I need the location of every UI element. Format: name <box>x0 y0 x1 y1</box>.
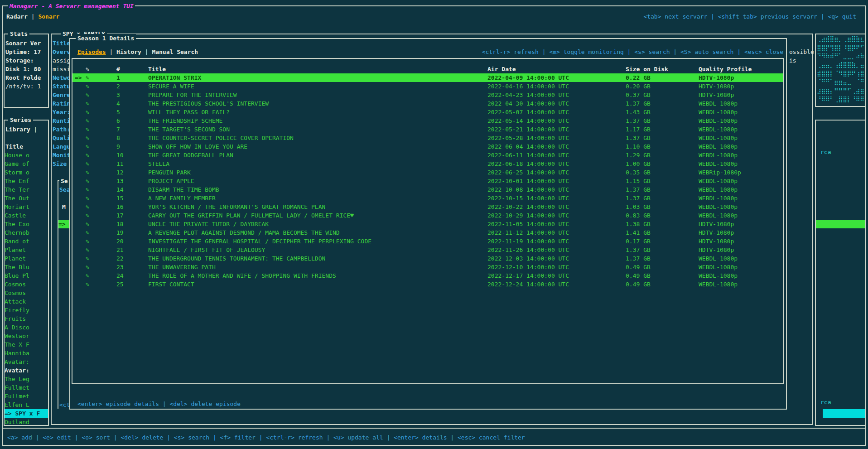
episode-title: OPERATION STRIX <box>148 73 201 82</box>
poster-art-line: ⠈⠛⠛⠁⣶⣶⣤⣀⠀⠈⠛⠛⠁ <box>817 77 865 86</box>
monitored-pencil-icon: ✎ <box>86 263 89 271</box>
episode-quality-profile: HDTV-1080p <box>699 228 734 237</box>
episode-row[interactable]: ✎10THE GREAT DODGEBALL PLAN2022-06-11 14… <box>72 151 783 159</box>
series-item[interactable]: The Blu <box>5 263 48 271</box>
episode-row[interactable]: =>✎1OPERATION STRIX2022-04-09 14:00:00 U… <box>72 73 783 82</box>
poster-art-line: ⣿⣿⡟⢻⣿⡇⠸⣿⡿⠟⠋⢠⣿ <box>817 43 865 52</box>
series-item[interactable]: Avatar: <box>5 366 48 375</box>
episode-number: 16 <box>116 203 124 211</box>
episode-row[interactable]: ✎17CARRY OUT THE GRIFFIN PLAN / FULLMETA… <box>72 211 783 220</box>
tab-manual-search[interactable]: Manual Search <box>152 48 198 55</box>
series-item[interactable]: Storm o <box>5 168 48 177</box>
tab-radarr[interactable]: Radarr <box>6 13 28 20</box>
series-tab-library[interactable]: Library | <box>5 125 37 134</box>
series-item[interactable]: Planet <box>5 246 48 254</box>
episode-title: THE FRIENDSHIP SCHEME <box>148 116 222 125</box>
episode-row[interactable]: ✎20INVESTIGATE THE GENERAL HOSPITAL / DE… <box>72 237 783 246</box>
series-item[interactable]: Planet <box>5 254 48 263</box>
episode-row[interactable]: ✎9SHOW OFF HOW IN LOVE YOU ARE2022-06-04… <box>72 142 783 151</box>
series-item[interactable]: Band of <box>5 237 48 246</box>
episode-size-on-disk: 0.35 GB <box>626 168 651 177</box>
series-item[interactable]: Attack <box>5 297 48 306</box>
episode-size-on-disk: 1.10 GB <box>626 142 651 151</box>
series-item[interactable]: Cosmos <box>5 289 48 297</box>
series-item[interactable]: => SPY x F <box>5 409 48 418</box>
series-item[interactable]: The Enf <box>5 177 48 185</box>
selected-season-row-fragment[interactable]: => <box>58 220 69 228</box>
series-item[interactable]: Fullmet <box>5 383 48 392</box>
series-item[interactable]: The Exo <box>5 220 48 228</box>
series-item[interactable]: Fullmet <box>5 392 48 401</box>
series-item[interactable]: Fruits <box>5 314 48 323</box>
episode-quality-profile: WEBDL-1080p <box>699 99 738 108</box>
monitored-pencil-icon: ✎ <box>86 151 89 159</box>
episode-row[interactable]: ✎21NIGHTFALL / FIRST FIT OF JEALOUSY2022… <box>72 246 783 254</box>
series-item[interactable]: Westwor <box>5 332 48 340</box>
episode-row[interactable]: ✎3PREPARE FOR THE INTERVIEW2022-04-23 14… <box>72 91 783 99</box>
monitored-pencil-icon: ✎ <box>86 246 89 254</box>
popup-footer-help: <enter> episode details | <del> delete e… <box>77 400 241 408</box>
episode-row[interactable]: ✎16YOR'S KITCHEN / THE INFORMANT'S GREAT… <box>72 203 783 211</box>
episodes-rows: =>✎1OPERATION STRIX2022-04-09 14:00:00 U… <box>72 73 783 289</box>
episode-size-on-disk: 0.49 GB <box>626 280 651 289</box>
episode-row[interactable]: ✎15A NEW FAMILY MEMBER2022-10-15 14:00:0… <box>72 194 783 203</box>
episode-row[interactable]: ✎8THE COUNTER-SECRET POLICE COVER OPERAT… <box>72 134 783 142</box>
episode-row[interactable]: ✎2SECURE A WIFE2022-04-16 14:00:00 UTC0.… <box>72 82 783 91</box>
series-detail-field: Langu <box>53 142 69 151</box>
tab-history[interactable]: History <box>116 48 141 55</box>
episode-air-date: 2022-12-17 14:00:00 UTC <box>487 271 569 280</box>
episode-row[interactable]: ✎25FIRST CONTACT2022-12-24 14:00:00 UTC0… <box>72 280 783 289</box>
episode-size-on-disk: 1.38 GB <box>626 220 651 228</box>
episode-quality-profile: WEBDL-1080p <box>699 271 738 280</box>
series-item[interactable]: Hanniba <box>5 349 48 357</box>
episode-title: THE COUNTER-SECRET POLICE COVER OPERATIO… <box>148 134 294 142</box>
seasons-panel-title-fragment: Se <box>59 177 69 185</box>
series-item[interactable]: Castle <box>5 211 48 220</box>
episode-row[interactable]: ✎23THE UNWAVERING PATH2022-12-10 14:00:0… <box>72 263 783 271</box>
episode-title: YOR'S KITCHEN / THE INFORMANT'S GREAT RO… <box>148 203 325 211</box>
series-item[interactable]: Outland <box>5 418 48 426</box>
series-item[interactable]: Firefly <box>5 306 48 314</box>
monitored-pencil-icon: ✎ <box>86 134 89 142</box>
episode-air-date: 2022-04-23 14:00:00 UTC <box>487 91 569 99</box>
series-item[interactable]: The Leg <box>5 375 48 383</box>
series-item[interactable]: Chernob <box>5 228 48 237</box>
series-item[interactable]: House o <box>5 151 48 159</box>
series-item[interactable]: A Disco <box>5 323 48 332</box>
episode-row[interactable]: ✎4THE PRESTIGIOUS SCHOOL'S INTERVIEW2022… <box>72 99 783 108</box>
series-item[interactable]: The Ter <box>5 185 48 194</box>
episode-row[interactable]: ✎24THE ROLE OF A MOTHER AND WIFE / SHOPP… <box>72 271 783 280</box>
episode-size-on-disk: 1.37 GB <box>626 99 651 108</box>
episode-row[interactable]: ✎18UNCLE THE PRIVATE TUTOR / DAYBREAK202… <box>72 220 783 228</box>
episode-row[interactable]: ✎7THE TARGET'S SECOND SON2022-05-21 14:0… <box>72 125 783 134</box>
series-item[interactable]: Avatar: <box>5 357 48 366</box>
monitored-pencil-icon: ✎ <box>86 91 89 99</box>
series-item[interactable]: Elfen L <box>5 401 48 409</box>
tab-sonarr[interactable]: Sonarr <box>38 13 59 20</box>
series-detail-field: Year: <box>53 108 69 116</box>
episode-row[interactable]: ✎5WILL THEY PASS OR FAIL?2022-05-07 14:0… <box>72 108 783 116</box>
tab-separator: | <box>28 13 38 20</box>
series-item[interactable]: Game of <box>5 159 48 168</box>
episode-size-on-disk: 1.15 GB <box>626 177 651 185</box>
tab-episodes[interactable]: Episodes <box>77 48 106 55</box>
series-item[interactable]: Cosmos <box>5 280 48 289</box>
series-item[interactable]: Blue Pl <box>5 271 48 280</box>
episode-row[interactable]: ✎12PENGUIN PARK2022-06-25 14:00:00 UTC0.… <box>72 168 783 177</box>
episode-number: 14 <box>116 185 124 194</box>
episode-row[interactable]: ✎11STELLA2022-06-18 14:00:00 UTC1.00 GBW… <box>72 159 783 168</box>
episode-row[interactable]: ✎22THE UNDERGROUND TENNIS TOURNAMENT: TH… <box>72 254 783 263</box>
episode-row[interactable]: ✎13PROJECT APPLE2022-10-01 14:00:00 UTC1… <box>72 177 783 185</box>
episode-size-on-disk: 0.49 GB <box>626 263 651 271</box>
episode-row[interactable]: ✎19A REVENGE PLOT AGAINST DESMOND / MAMA… <box>72 228 783 237</box>
series-item[interactable]: The Out <box>5 194 48 203</box>
episode-air-date: 2022-05-07 14:00:00 UTC <box>487 108 569 116</box>
episode-row[interactable]: ✎6THE FRIENDSHIP SCHEME2022-05-14 14:00:… <box>72 116 783 125</box>
episode-quality-profile: WEBDL-1080p <box>699 142 738 151</box>
series-item[interactable]: Moriart <box>5 203 48 211</box>
column-title: Title <box>148 65 166 73</box>
series-item[interactable]: The X-F <box>5 340 48 349</box>
episode-row[interactable]: ✎14DISARM THE TIME BOMB2022-10-08 14:00:… <box>72 185 783 194</box>
poster-art-line: ⠘⠿⠿⠃⢀⣿⣿⡇⠘⠿⠿⠃⠀ <box>817 95 865 103</box>
episode-title: DISARM THE TIME BOMB <box>148 185 219 194</box>
